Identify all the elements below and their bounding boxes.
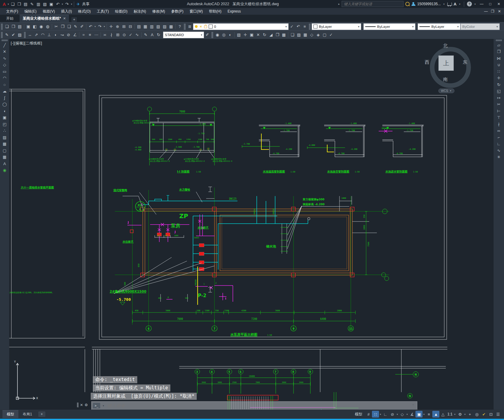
minimize-button[interactable]: — (478, 2, 485, 6)
layer-properties-manager-icon[interactable]: ≣ (187, 24, 193, 30)
zoom-realtime-icon[interactable]: ⊕ (114, 24, 121, 30)
break-icon[interactable]: ∤ (495, 121, 502, 127)
menu-工具t[interactable]: 工具(T) (94, 8, 112, 15)
polar-tracking-icon[interactable]: ⊘ (389, 411, 396, 418)
move-icon[interactable]: ✛ (495, 75, 502, 81)
sheet-set-manager-icon[interactable]: ▧ (155, 24, 161, 30)
plot-preview-icon[interactable]: ◧ (32, 24, 38, 30)
save-as-icon[interactable]: ✎ (29, 1, 35, 7)
annotation-scale-chevron-icon[interactable]: ▾ (453, 413, 456, 416)
save-to-web-icon[interactable]: ▧ (42, 1, 48, 7)
snap-mode-icon[interactable]: ∷ (372, 411, 379, 418)
doc-close-button[interactable]: ✕ (496, 9, 503, 13)
dim-style-chevron-icon[interactable]: ▾ (201, 33, 202, 36)
dim-radius-icon[interactable]: ◗ (52, 32, 59, 38)
autocad-logo-icon[interactable]: A (1, 1, 7, 7)
copy-icon[interactable]: ❐ (495, 49, 502, 55)
tab-start[interactable]: 开始 (0, 15, 20, 22)
toolbar-grip[interactable] (309, 24, 311, 30)
mirror-icon[interactable]: ⋈ (495, 55, 502, 62)
dim-baseline-icon[interactable]: ≡ (87, 32, 93, 38)
extend-icon[interactable]: ⊢ (495, 108, 502, 114)
account-id[interactable]: 1505999135... (417, 2, 441, 6)
wcs-button[interactable]: WCS ▾ (438, 89, 454, 93)
dim-jog-line-icon[interactable]: ∿ (134, 32, 140, 38)
tab-active-document[interactable]: 某商业大楼给排水图纸* ✕ (20, 15, 69, 22)
undo-flyout-icon[interactable]: ▾ (94, 25, 97, 28)
new-layout-button[interactable]: + (38, 411, 45, 417)
rectangle-icon[interactable]: ▭ (1, 68, 8, 75)
copy-edges-icon[interactable]: ❏ (289, 32, 296, 38)
tab-close-icon[interactable]: ✕ (63, 17, 66, 21)
quick-dim-icon[interactable]: ≈ (80, 32, 87, 38)
share-icon[interactable]: ✈ (75, 1, 81, 7)
qnew-icon[interactable]: ❏ (9, 1, 16, 7)
doc-restore-button[interactable]: ❐ (489, 9, 496, 13)
new-tab-button[interactable]: + (71, 17, 77, 22)
menu-修改m[interactable]: 修改(M) (149, 8, 168, 15)
object-snap-tracking-icon[interactable]: ∡ (408, 411, 415, 418)
dim-space-icon[interactable]: ≍ (102, 32, 108, 38)
batch-plot-icon[interactable]: ◍ (44, 24, 51, 30)
match-properties-icon[interactable]: ✎ (72, 24, 79, 30)
viewport-controls[interactable]: [-][俯视][二维线框] (11, 41, 42, 46)
layer-previous-icon[interactable]: ↶ (295, 24, 301, 30)
properties-icon[interactable]: ▤ (136, 24, 142, 30)
menu-express[interactable]: Express (225, 9, 244, 14)
revision-cloud-icon[interactable]: ☁ (1, 88, 8, 95)
quick-calc-icon[interactable]: ▩ (168, 24, 174, 30)
ortho-mode-icon[interactable]: ∟ (382, 411, 389, 418)
offset-icon[interactable]: ∪ (495, 62, 502, 68)
plot-icon[interactable]: ▣ (48, 1, 55, 7)
ellipse-icon[interactable]: ◯ (1, 101, 8, 108)
command-prompt-chevron-icon[interactable]: ▾ (102, 404, 105, 407)
polar-tracking-flyout-icon[interactable]: ▾ (396, 413, 399, 416)
zoom-window-icon[interactable]: ⊞ (121, 24, 127, 30)
layout1-tab[interactable]: 布局1 (18, 411, 36, 418)
user-avatar-icon[interactable] (411, 2, 415, 6)
search-input[interactable] (343, 2, 402, 6)
menu-绘图d[interactable]: 绘图(D) (112, 8, 131, 15)
doc-minimize-button[interactable]: — (483, 9, 489, 13)
center-mark-icon[interactable]: ⊙ (121, 32, 127, 38)
explode-icon[interactable]: ✳ (495, 154, 502, 161)
copy-faces-icon[interactable]: ❐ (274, 32, 281, 38)
linetype-combo-chevron-icon[interactable]: ▾ (412, 25, 414, 28)
move-faces-icon[interactable]: ✛ (242, 32, 248, 38)
dim-text-edit-icon[interactable]: A (149, 32, 155, 38)
lineweight-combo-chevron-icon[interactable]: ▾ (457, 25, 459, 28)
open-from-web-icon[interactable]: ▥ (35, 1, 42, 7)
dim-style-manager-icon[interactable]: ✐ (204, 32, 210, 38)
table-icon[interactable]: ▦ (1, 154, 8, 161)
viewcube-south[interactable]: 南 (443, 77, 448, 82)
extrude-faces-icon[interactable]: ▧ (236, 32, 242, 38)
close-button[interactable]: ✕ (495, 2, 502, 6)
offset-faces-icon[interactable]: ▣ (248, 32, 255, 38)
search-icon[interactable] (405, 2, 410, 6)
zoom-previous-icon[interactable]: ⊟ (127, 24, 134, 30)
workspace-switching-flyout-icon[interactable]: ▾ (464, 413, 466, 416)
menu-标注n[interactable]: 标注(N) (131, 8, 149, 15)
make-object-layer-current-icon[interactable]: ✓ (289, 24, 295, 30)
model-space-canvas[interactable]: X Y 六十一层给排水管线平面图 消火栓箱边距墙(柱)边300, 消火栓箱为65… (9, 39, 494, 410)
arc-icon[interactable]: ◠ (1, 75, 8, 81)
dim-update-icon[interactable]: ↻ (155, 32, 162, 38)
break-at-point-icon[interactable]: ⊤ (495, 115, 502, 121)
clean-screen-icon[interactable]: ⊡ (487, 411, 495, 418)
dim-inspect-icon[interactable]: ✓ (127, 32, 134, 38)
open-icon[interactable]: ❒ (16, 1, 22, 7)
command-input[interactable] (107, 403, 410, 408)
model-space-label[interactable]: 模型 (352, 412, 365, 417)
region-icon[interactable]: ▢ (1, 147, 8, 154)
scale-icon[interactable]: ◱ (495, 88, 502, 95)
insert-block-icon[interactable]: ▣ (1, 115, 8, 121)
layer-combo-chevron-icon[interactable]: ▾ (285, 25, 287, 28)
annotation-auto-scale-icon[interactable]: △ (439, 411, 446, 418)
open-icon[interactable]: ❒ (10, 24, 17, 30)
wcs-chevron-icon[interactable]: ▾ (449, 89, 452, 92)
account-chevron-icon[interactable]: ▾ (443, 3, 445, 6)
separate-icon[interactable]: ◈ (315, 32, 321, 38)
cut-icon[interactable]: ✂ (53, 24, 59, 30)
toolbar-grip[interactable] (24, 32, 26, 38)
hatch-icon[interactable]: ▨ (1, 134, 8, 141)
